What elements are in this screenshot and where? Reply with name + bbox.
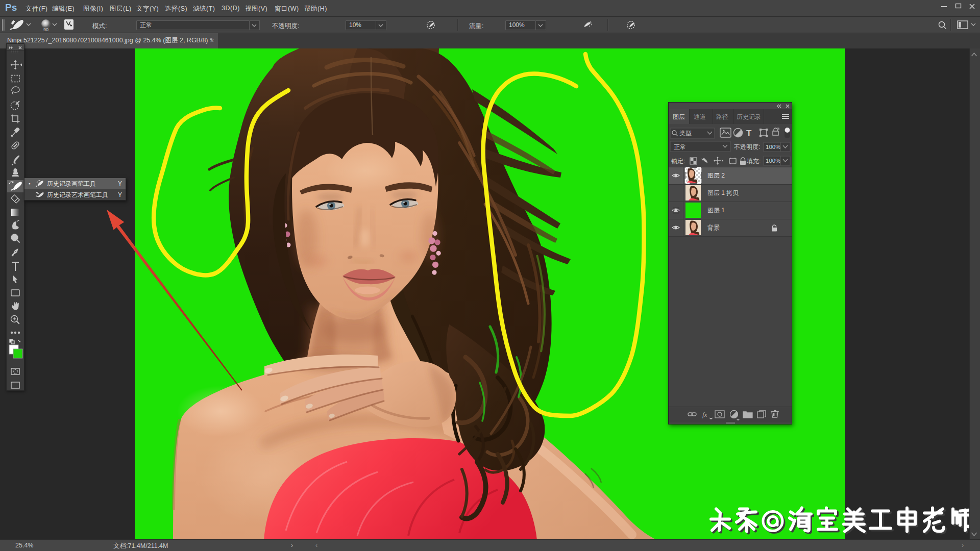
svg-text:类型: 类型 [679,130,692,137]
svg-text:100%: 100% [766,144,780,150]
svg-text:图层 1: 图层 1 [707,207,725,214]
svg-text:正常: 正常 [674,143,686,151]
svg-text:图层 2: 图层 2 [707,172,725,179]
svg-text:历史记录: 历史记录 [737,113,761,120]
svg-text:T: T [746,129,752,138]
svg-text:100%: 100% [766,158,780,164]
svg-text:不透明度:: 不透明度: [734,143,760,151]
svg-text:图层 1 拷贝: 图层 1 拷贝 [707,189,739,196]
svg-text:路径: 路径 [716,113,728,120]
svg-text:通道: 通道 [694,113,706,120]
svg-text:fx: fx [702,411,707,418]
svg-text:锁定:: 锁定: [671,158,685,165]
svg-text:背景: 背景 [707,224,720,231]
svg-text:图层: 图层 [673,113,685,120]
svg-text:填充:: 填充: [747,158,761,165]
svg-text:90: 90 [43,27,48,32]
